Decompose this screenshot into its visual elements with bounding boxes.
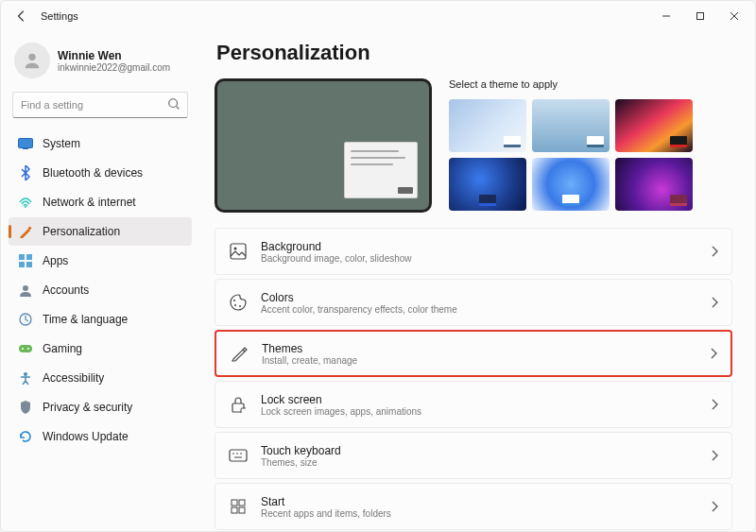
page-title: Personalization (216, 41, 732, 65)
themes-label: Select a theme to apply (449, 78, 732, 90)
nav-item-update[interactable]: Windows Update (9, 422, 192, 451)
nav-item-label: Windows Update (43, 430, 129, 443)
theme-badge (562, 195, 579, 206)
nav-item-privacy[interactable]: Privacy & security (9, 393, 192, 421)
nav-item-time[interactable]: Time & language (9, 305, 192, 334)
nav-item-gaming[interactable]: Gaming (9, 335, 192, 363)
chevron-right-icon (711, 399, 718, 410)
svg-line-4 (177, 107, 180, 110)
lock-icon (229, 395, 248, 414)
nav-item-network[interactable]: Network & internet (9, 188, 192, 216)
nav-item-accessibility[interactable]: Accessibility (9, 364, 192, 392)
row-title: Background (261, 240, 711, 253)
themes-icon (230, 344, 249, 363)
theme-badge (670, 136, 687, 147)
svg-rect-34 (239, 507, 245, 513)
nav-item-label: Time & language (43, 313, 128, 326)
svg-point-2 (28, 54, 35, 60)
svg-point-18 (24, 372, 27, 376)
theme-badge (504, 136, 521, 147)
nav-item-label: Personalization (43, 225, 120, 238)
close-button[interactable] (717, 3, 751, 29)
svg-point-13 (23, 285, 28, 291)
privacy-icon (18, 400, 33, 415)
theme-option-1[interactable] (532, 99, 610, 152)
row-subtitle: Themes, size (261, 457, 711, 468)
personalization-icon (18, 224, 33, 239)
svg-point-3 (169, 99, 178, 108)
nav-item-label: Network & internet (43, 196, 136, 209)
theme-badge (670, 195, 687, 206)
nav-item-bluetooth[interactable]: Bluetooth & devices (9, 159, 192, 187)
nav-item-label: Apps (43, 254, 68, 267)
svg-rect-5 (19, 139, 33, 148)
system-icon (18, 136, 33, 151)
svg-point-20 (234, 248, 237, 250)
setting-row-themes[interactable]: ThemesInstall, create, manage (215, 330, 732, 377)
setting-row-start[interactable]: StartRecent apps and items, folders (215, 483, 732, 530)
theme-option-2[interactable] (615, 99, 693, 152)
network-icon (18, 195, 33, 210)
svg-rect-25 (241, 408, 246, 413)
row-subtitle: Recent apps and items, folders (261, 508, 711, 519)
svg-rect-10 (26, 254, 32, 260)
nav-item-personalization[interactable]: Personalization (9, 217, 192, 246)
theme-option-4[interactable] (532, 158, 610, 211)
search-input[interactable] (12, 92, 188, 118)
profile-email: inkwinnie2022@gmail.com (58, 62, 170, 73)
minimize-button[interactable] (649, 3, 683, 29)
row-title: Lock screen (261, 393, 711, 406)
chevron-right-icon (711, 297, 718, 308)
nav-item-label: Bluetooth & devices (43, 166, 143, 180)
nav-item-system[interactable]: System (9, 129, 192, 158)
setting-row-colors[interactable]: ColorsAccent color, transparency effects… (215, 279, 732, 326)
theme-grid (449, 99, 732, 211)
nav-item-label: Accessibility (43, 371, 104, 385)
theme-option-0[interactable] (449, 99, 526, 152)
svg-point-22 (234, 304, 236, 306)
svg-rect-19 (231, 244, 246, 259)
theme-option-5[interactable] (615, 158, 693, 211)
setting-row-keyboard[interactable]: Touch keyboardThemes, size (215, 432, 732, 479)
svg-point-23 (239, 305, 241, 307)
settings-list: BackgroundBackground image, color, slide… (215, 228, 732, 531)
keyboard-icon (229, 446, 248, 465)
row-title: Colors (261, 291, 711, 304)
colors-icon (229, 293, 248, 312)
chevron-right-icon (710, 348, 717, 359)
maximize-button[interactable] (683, 3, 717, 29)
svg-point-7 (25, 206, 26, 208)
theme-option-3[interactable] (449, 158, 526, 211)
svg-rect-12 (26, 262, 32, 267)
update-icon (18, 429, 33, 444)
content-area: Personalization Select a theme to apply … (199, 31, 755, 531)
sidebar: Winnie Wen inkwinnie2022@gmail.com Syste… (1, 31, 199, 531)
row-subtitle: Install, create, manage (262, 355, 710, 366)
svg-rect-9 (19, 254, 25, 260)
svg-point-17 (27, 348, 29, 350)
svg-rect-32 (239, 500, 245, 506)
nav-item-label: Accounts (43, 283, 89, 297)
chevron-right-icon (711, 246, 718, 257)
accessibility-icon (18, 370, 33, 386)
row-subtitle: Background image, color, slideshow (261, 253, 711, 264)
avatar (14, 43, 50, 78)
background-icon (229, 242, 248, 261)
back-button[interactable] (10, 5, 33, 27)
setting-row-lock[interactable]: Lock screenLock screen images, apps, ani… (215, 381, 732, 428)
search-icon (167, 97, 180, 111)
gaming-icon (18, 341, 33, 356)
svg-point-21 (233, 300, 235, 301)
setting-row-background[interactable]: BackgroundBackground image, color, slide… (215, 228, 732, 275)
bluetooth-icon (18, 165, 33, 180)
profile-card[interactable]: Winnie Wen inkwinnie2022@gmail.com (9, 39, 192, 88)
svg-rect-26 (230, 450, 247, 461)
nav-item-accounts[interactable]: Accounts (9, 276, 192, 304)
svg-rect-6 (23, 148, 28, 149)
nav-item-apps[interactable]: Apps (9, 247, 192, 275)
svg-rect-33 (232, 507, 237, 513)
nav-item-label: Gaming (43, 342, 82, 355)
time-icon (18, 312, 33, 327)
svg-rect-11 (19, 262, 25, 267)
svg-rect-1 (697, 13, 704, 20)
